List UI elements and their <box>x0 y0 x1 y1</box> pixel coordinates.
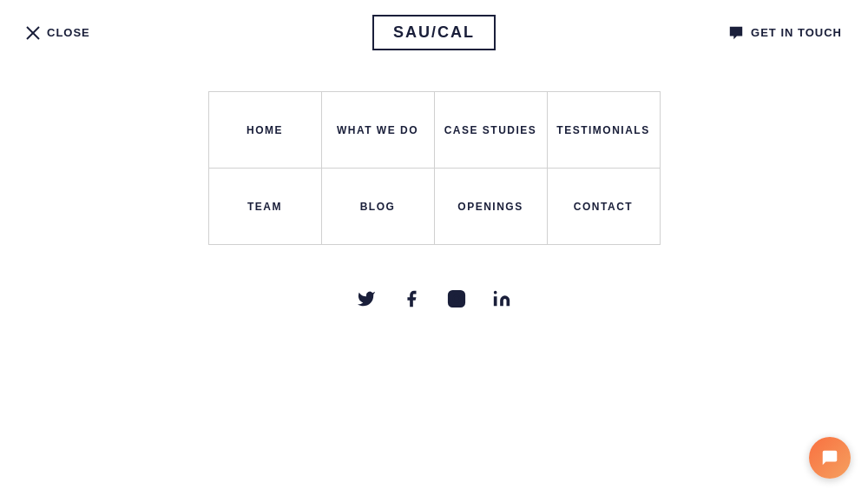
instagram-icon <box>447 289 466 308</box>
facebook-link[interactable] <box>401 288 422 309</box>
header: CLOSE SAU/CAL GET IN TOUCH <box>0 0 868 65</box>
social-row <box>0 288 868 309</box>
nav-grid: HOME WHAT WE DO CASE STUDIES TESTIMONIAL… <box>208 91 661 245</box>
get-in-touch-label: GET IN TOUCH <box>751 26 842 39</box>
linkedin-icon <box>492 289 511 308</box>
nav-item-case-studies[interactable]: CASE STUDIES <box>435 92 548 169</box>
instagram-link[interactable] <box>446 288 467 309</box>
svg-point-4 <box>460 294 461 294</box>
nav-item-testimonials[interactable]: TESTIMONIALS <box>548 92 661 169</box>
close-icon <box>26 26 40 40</box>
nav-item-home[interactable]: HOME <box>209 92 322 169</box>
nav-grid-wrapper: HOME WHAT WE DO CASE STUDIES TESTIMONIAL… <box>0 91 868 245</box>
facebook-icon <box>402 289 421 308</box>
twitter-icon <box>357 289 376 308</box>
chat-icon <box>728 25 744 41</box>
logo-text: SAU/CAL <box>393 23 475 41</box>
close-label: CLOSE <box>47 26 90 39</box>
nav-item-team[interactable]: TEAM <box>209 169 322 245</box>
logo[interactable]: SAU/CAL <box>372 15 496 50</box>
get-in-touch-button[interactable]: GET IN TOUCH <box>728 25 842 41</box>
nav-item-openings[interactable]: OPENINGS <box>435 169 548 245</box>
close-button[interactable]: CLOSE <box>26 26 90 40</box>
svg-point-3 <box>453 295 459 301</box>
nav-item-contact[interactable]: CONTACT <box>548 169 661 245</box>
nav-item-blog[interactable]: BLOG <box>322 169 435 245</box>
chat-bubble-button[interactable] <box>809 437 851 479</box>
nav-item-what-we-do[interactable]: WHAT WE DO <box>322 92 435 169</box>
twitter-link[interactable] <box>356 288 377 309</box>
svg-point-5 <box>494 291 497 294</box>
chat-bubble-icon <box>820 448 839 467</box>
linkedin-link[interactable] <box>491 288 512 309</box>
